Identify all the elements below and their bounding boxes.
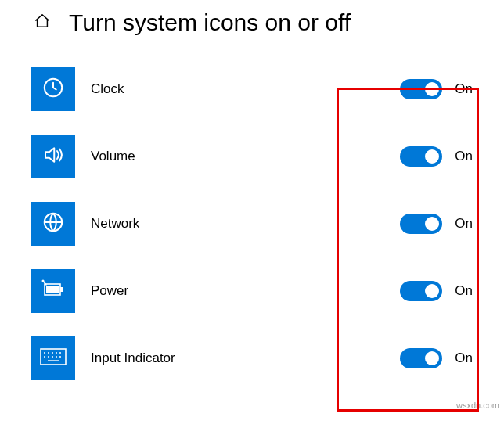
clock-icon — [41, 76, 65, 102]
icon-tile — [31, 135, 75, 178]
network-icon — [41, 210, 65, 237]
item-label: Input Indicator — [91, 351, 247, 366]
watermark: wsxdn.com — [456, 401, 499, 410]
icon-list: Clock On Volume On Network On — [31, 67, 488, 380]
item-label: Network — [91, 216, 247, 232]
svg-rect-3 — [60, 287, 63, 292]
icon-tile — [31, 67, 75, 111]
list-item: Volume On — [31, 135, 488, 178]
page-title: Turn system icons on or off — [69, 9, 351, 36]
home-button[interactable] — [31, 12, 53, 34]
icon-tile — [31, 202, 75, 246]
home-icon — [34, 13, 51, 33]
toggle-switch[interactable] — [400, 214, 442, 234]
volume-icon — [41, 143, 65, 170]
keyboard-icon — [40, 347, 67, 369]
item-label: Power — [91, 283, 247, 299]
toggle-state: On — [455, 351, 473, 366]
toggle-switch[interactable] — [400, 146, 442, 167]
toggle-switch[interactable] — [400, 79, 442, 99]
toggle-state: On — [455, 283, 473, 299]
list-item: Clock On — [31, 67, 488, 111]
toggle-switch[interactable] — [400, 348, 442, 368]
list-item: Network On — [31, 202, 488, 246]
item-label: Volume — [91, 149, 247, 164]
svg-point-5 — [42, 280, 45, 282]
toggle-state: On — [455, 81, 473, 97]
svg-rect-4 — [46, 286, 59, 293]
toggle-switch[interactable] — [400, 281, 442, 301]
toggle-state: On — [455, 216, 473, 232]
list-item: Input Indicator On — [31, 336, 488, 380]
icon-tile — [31, 269, 75, 313]
list-item: Power On — [31, 269, 488, 313]
item-label: Clock — [91, 81, 247, 97]
icon-tile — [31, 336, 75, 380]
power-icon — [41, 279, 66, 303]
toggle-state: On — [455, 149, 473, 164]
